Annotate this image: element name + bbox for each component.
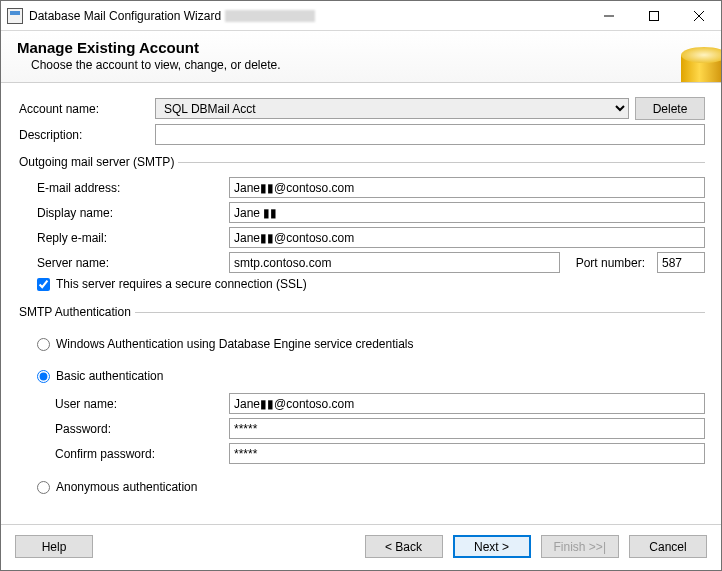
page-subtitle: Choose the account to view, change, or d… <box>31 58 281 72</box>
minimize-button[interactable] <box>586 1 631 30</box>
username-label: User name: <box>19 397 223 411</box>
back-button[interactable]: < Back <box>365 535 443 558</box>
ssl-checkbox[interactable] <box>37 278 50 291</box>
finish-button[interactable]: Finish >>| <box>541 535 619 558</box>
help-button[interactable]: Help <box>15 535 93 558</box>
anonymous-auth-radio[interactable] <box>37 481 50 494</box>
database-icon <box>666 31 721 82</box>
wizard-footer: Help < Back Next > Finish >>| Cancel <box>1 524 721 570</box>
page-title: Manage Existing Account <box>17 39 281 56</box>
ssl-label: This server requires a secure connection… <box>56 277 307 291</box>
reply-email-input[interactable] <box>229 227 705 248</box>
cancel-button[interactable]: Cancel <box>629 535 707 558</box>
smtp-fieldset: Outgoing mail server (SMTP) E-mail addre… <box>19 155 705 295</box>
description-input[interactable] <box>155 124 705 145</box>
confirm-password-label: Confirm password: <box>19 447 223 461</box>
app-icon <box>7 8 23 24</box>
basic-auth-label: Basic authentication <box>56 369 163 383</box>
next-button[interactable]: Next > <box>453 535 531 558</box>
email-label: E-mail address: <box>19 181 223 195</box>
server-name-label: Server name: <box>19 256 223 270</box>
account-name-select[interactable]: SQL DBMail Acct <box>155 98 629 119</box>
display-name-input[interactable] <box>229 202 705 223</box>
confirm-password-input[interactable] <box>229 443 705 464</box>
server-name-input[interactable] <box>229 252 560 273</box>
password-label: Password: <box>19 422 223 436</box>
password-input[interactable] <box>229 418 705 439</box>
auth-legend: SMTP Authentication <box>19 305 135 319</box>
username-input[interactable] <box>229 393 705 414</box>
window-title: Database Mail Configuration Wizard <box>29 9 221 23</box>
content-area: Account name: SQL DBMail Acct Delete Des… <box>1 83 721 524</box>
delete-button[interactable]: Delete <box>635 97 705 120</box>
title-obscured <box>225 10 315 22</box>
close-button[interactable] <box>676 1 721 30</box>
description-label: Description: <box>19 128 149 142</box>
port-input[interactable] <box>657 252 705 273</box>
reply-email-label: Reply e-mail: <box>19 231 223 245</box>
anonymous-auth-label: Anonymous authentication <box>56 480 197 494</box>
titlebar: Database Mail Configuration Wizard <box>1 1 721 31</box>
email-input[interactable] <box>229 177 705 198</box>
port-label: Port number: <box>566 256 651 270</box>
svg-rect-1 <box>649 11 658 20</box>
basic-auth-radio[interactable] <box>37 370 50 383</box>
account-name-label: Account name: <box>19 102 149 116</box>
maximize-button[interactable] <box>631 1 676 30</box>
auth-fieldset: SMTP Authentication Windows Authenticati… <box>19 305 705 498</box>
windows-auth-radio[interactable] <box>37 338 50 351</box>
wizard-header: Manage Existing Account Choose the accou… <box>1 31 721 83</box>
smtp-legend: Outgoing mail server (SMTP) <box>19 155 178 169</box>
windows-auth-label: Windows Authentication using Database En… <box>56 337 414 351</box>
display-name-label: Display name: <box>19 206 223 220</box>
